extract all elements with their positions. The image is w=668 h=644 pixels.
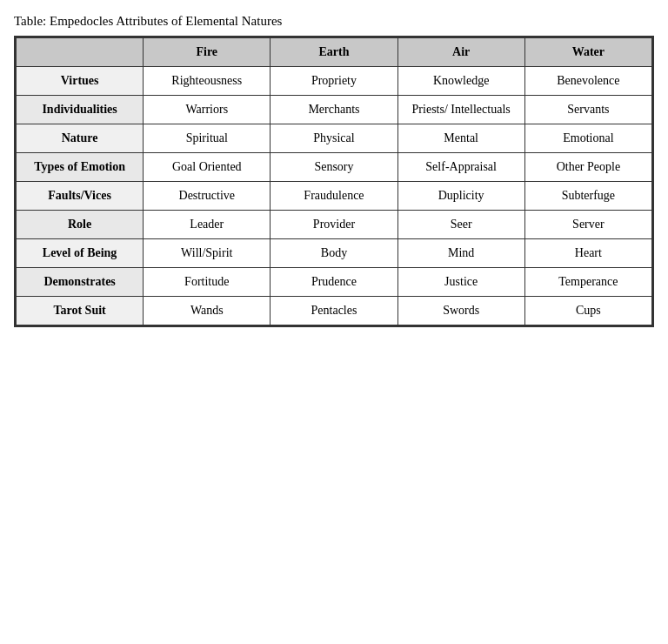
cell-fire: Leader: [144, 211, 271, 239]
row-label: Demonstrates: [17, 268, 144, 297]
cell-earth: Prudence: [271, 268, 397, 297]
table-row: VirtuesRighteousnessProprietyKnowledgeBe…: [17, 67, 652, 96]
cell-air: Mental: [397, 124, 524, 153]
cell-air: Duplicity: [397, 182, 524, 211]
cell-earth: Sensory: [271, 153, 397, 182]
cell-air: Justice: [397, 268, 524, 297]
header-earth: Earth: [271, 38, 397, 67]
cell-fire: Will/Spirit: [144, 239, 271, 268]
cell-water: Server: [524, 211, 651, 239]
table-title: Table: Empedocles Attributes of Elementa…: [14, 14, 654, 29]
cell-air: Seer: [397, 211, 524, 239]
header-empty: [17, 38, 144, 67]
cell-water: Subterfuge: [524, 182, 651, 211]
table-row: Types of EmotionGoal OrientedSensorySelf…: [17, 153, 652, 182]
cell-fire: Righteousness: [144, 67, 271, 96]
cell-air: Self-Appraisal: [397, 153, 524, 182]
cell-fire: Warriors: [144, 96, 271, 124]
cell-fire: Destructive: [144, 182, 271, 211]
cell-water: Benevolence: [524, 67, 651, 96]
table-row: Level of BeingWill/SpiritBodyMindHeart: [17, 239, 652, 268]
cell-fire: Wands: [144, 297, 271, 325]
cell-water: Cups: [524, 297, 651, 325]
table-container: Fire Earth Air Water VirtuesRighteousnes…: [14, 36, 654, 327]
attributes-table: Fire Earth Air Water VirtuesRighteousnes…: [16, 37, 652, 325]
row-label: Faults/Vices: [17, 182, 144, 211]
table-row: NatureSpiritualPhysicalMentalEmotional: [17, 124, 652, 153]
row-label: Virtues: [17, 67, 144, 96]
cell-earth: Physical: [271, 124, 397, 153]
row-label: Level of Being: [17, 239, 144, 268]
cell-fire: Goal Oriented: [144, 153, 271, 182]
header-row: Fire Earth Air Water: [17, 38, 652, 67]
table-row: DemonstratesFortitudePrudenceJusticeTemp…: [17, 268, 652, 297]
cell-earth: Fraudulence: [271, 182, 397, 211]
cell-water: Other People: [524, 153, 651, 182]
row-label: Nature: [17, 124, 144, 153]
cell-air: Swords: [397, 297, 524, 325]
row-label: Types of Emotion: [17, 153, 144, 182]
cell-water: Temperance: [524, 268, 651, 297]
cell-air: Knowledge: [397, 67, 524, 96]
cell-earth: Propriety: [271, 67, 397, 96]
cell-water: Servants: [524, 96, 651, 124]
cell-water: Heart: [524, 239, 651, 268]
cell-air: Mind: [397, 239, 524, 268]
cell-fire: Fortitude: [144, 268, 271, 297]
row-label: Tarot Suit: [17, 297, 144, 325]
cell-fire: Spiritual: [144, 124, 271, 153]
cell-air: Priests/ Intellectuals: [397, 96, 524, 124]
row-label: Individualities: [17, 96, 144, 124]
header-air: Air: [397, 38, 524, 67]
table-row: IndividualitiesWarriorsMerchantsPriests/…: [17, 96, 652, 124]
table-row: Tarot SuitWandsPentaclesSwordsCups: [17, 297, 652, 325]
cell-earth: Body: [271, 239, 397, 268]
cell-earth: Pentacles: [271, 297, 397, 325]
cell-water: Emotional: [524, 124, 651, 153]
header-water: Water: [524, 38, 651, 67]
table-row: Faults/VicesDestructiveFraudulenceDuplic…: [17, 182, 652, 211]
row-label: Role: [17, 211, 144, 239]
header-fire: Fire: [144, 38, 271, 67]
table-row: RoleLeaderProviderSeerServer: [17, 211, 652, 239]
cell-earth: Merchants: [271, 96, 397, 124]
cell-earth: Provider: [271, 211, 397, 239]
